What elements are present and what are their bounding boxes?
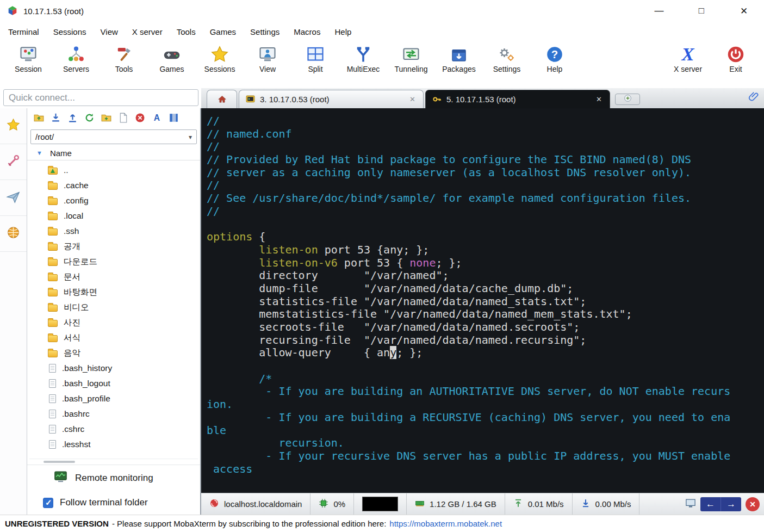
settings-button[interactable]: Settings <box>483 43 531 73</box>
encoding-button[interactable]: A <box>150 112 163 125</box>
tree-item[interactable]: .cshrc <box>27 422 200 437</box>
current-path: /root/ <box>35 132 54 141</box>
new-tab-button[interactable] <box>615 94 640 105</box>
previous-tab-button[interactable]: ← <box>700 497 720 511</box>
tree-item[interactable]: 바탕화면 <box>27 284 200 300</box>
menu-sessions[interactable]: Sessions <box>46 23 94 40</box>
tools-button[interactable]: Tools <box>100 43 148 73</box>
sessions-button[interactable]: Sessions <box>196 43 244 73</box>
tree-item[interactable]: .bash_logout <box>27 376 200 391</box>
tree-item-label: 공개 <box>64 241 80 252</box>
toolbar-label: X server <box>674 65 702 73</box>
menu-tools[interactable]: Tools <box>170 23 203 40</box>
up-directory-button[interactable] <box>32 112 45 125</box>
games-icon <box>162 45 182 64</box>
tree-item[interactable]: 다운로드 <box>27 254 200 269</box>
close-button[interactable]: ✕ <box>738 5 750 17</box>
tab-bar: 3. 10.17.0.53 (root) ✕ 5. 10.17.1.53 (ro… <box>201 88 764 108</box>
tab-session-5[interactable]: 5. 10.17.1.53 (root) ✕ <box>425 90 610 108</box>
folder-icon <box>48 335 58 342</box>
minimize-button[interactable]: — <box>653 5 665 16</box>
split-button[interactable]: Split <box>291 43 339 73</box>
close-terminal-button[interactable]: ✕ <box>746 497 760 511</box>
tree-item[interactable]: 비디오 <box>27 300 200 315</box>
path-dropdown[interactable]: /root/ ▾ <box>30 129 197 144</box>
tree-item-label: .bash_history <box>62 363 112 373</box>
tree-item[interactable]: .bash_history <box>27 361 200 376</box>
scrollbar-thumb[interactable] <box>44 461 75 463</box>
tree-item[interactable]: .bashrc <box>27 406 200 422</box>
folder-icon <box>48 183 58 190</box>
tab-close-icon[interactable]: ✕ <box>595 95 603 103</box>
session-button[interactable]: Session <box>4 43 52 73</box>
terminal-line <box>207 218 764 231</box>
tab-label: 3. 10.17.0.53 (root) <box>260 95 403 104</box>
upload-button[interactable] <box>66 112 79 125</box>
tree-item[interactable]: 음악 <box>27 345 200 361</box>
remote-monitoring-button[interactable]: Remote monitoring <box>27 465 200 491</box>
menu-view[interactable]: View <box>94 23 125 40</box>
paperclip-icon[interactable] <box>748 90 760 104</box>
exit-button[interactable]: Exit <box>712 43 760 73</box>
vim-status-line: "/etc/named.conf" 59L, 1710B 19,22-29 꼭대… <box>207 478 759 491</box>
tree-item[interactable]: 공개 <box>27 239 200 254</box>
tree-header[interactable]: ▼ Name <box>27 146 200 160</box>
terminal[interactable]: //// named.conf//// Provided by Red Hat … <box>201 108 764 493</box>
menu-games[interactable]: Games <box>203 23 243 40</box>
view-button[interactable]: View <box>244 43 291 73</box>
packages-button[interactable]: Packages <box>435 43 483 73</box>
refresh-button[interactable] <box>83 112 96 125</box>
terminal-line <box>207 360 764 373</box>
mobatek-link[interactable]: https://mobaxterm.mobatek.net <box>389 519 502 528</box>
tab-session-3[interactable]: 3. 10.17.0.53 (root) ✕ <box>239 90 424 108</box>
multiexec-button[interactable]: MultiExec <box>339 43 387 73</box>
follow-terminal-folder-checkbox[interactable] <box>43 498 53 508</box>
next-tab-button[interactable]: → <box>720 497 741 511</box>
tunneling-button[interactable]: Tunneling <box>387 43 435 73</box>
tree-item[interactable]: 서식 <box>27 330 200 345</box>
horizontal-scrollbar[interactable] <box>29 459 198 465</box>
tree-item[interactable]: 문서 <box>27 269 200 284</box>
tree-item[interactable]: .bash_profile <box>27 391 200 406</box>
toolbar-label: Packages <box>442 65 475 73</box>
host-segment: localhost.localdomain <box>201 493 310 515</box>
download-button[interactable] <box>49 112 62 125</box>
games-button[interactable]: Games <box>148 43 196 73</box>
tab-nav-arrows: ← → <box>700 497 741 511</box>
tree-item[interactable]: .lesshst <box>27 437 200 452</box>
toolbar-label: Tunneling <box>395 65 428 73</box>
tree-item[interactable]: .config <box>27 193 200 208</box>
new-folder-button[interactable] <box>100 112 113 125</box>
delete-button[interactable] <box>133 112 146 125</box>
upload-icon <box>67 112 78 126</box>
menu-settings[interactable]: Settings <box>243 23 287 40</box>
tools-panel-tab[interactable] <box>0 144 27 180</box>
macros-panel-tab[interactable] <box>0 180 27 216</box>
tab-close-icon[interactable]: ✕ <box>408 95 417 103</box>
tree-item[interactable]: .cache <box>27 178 200 193</box>
tree-item[interactable]: .local <box>27 208 200 224</box>
sessions-panel-tab[interactable] <box>0 108 27 144</box>
help-button[interactable]: ? Help <box>531 43 579 73</box>
quick-connect-input[interactable] <box>3 89 198 106</box>
menu-macros[interactable]: Macros <box>287 23 327 40</box>
menu-xserver[interactable]: X server <box>125 23 170 40</box>
terminal-line: ble <box>207 424 764 437</box>
hostname: localhost.localdomain <box>224 499 302 509</box>
menu-terminal[interactable]: Terminal <box>1 23 46 40</box>
tree-item-label: .ssh <box>64 226 79 236</box>
new-file-button[interactable] <box>116 112 129 125</box>
tree-item[interactable]: .. <box>27 163 200 178</box>
xserver-button[interactable]: X X server <box>664 43 712 73</box>
servers-button[interactable]: Servers <box>52 43 100 73</box>
tree-item[interactable]: .ssh <box>27 224 200 239</box>
tree-item[interactable]: 사진 <box>27 315 200 330</box>
cpu-usage: 0% <box>333 499 345 509</box>
columns-view-button[interactable] <box>167 112 180 125</box>
sftp-panel-tab[interactable] <box>0 216 27 252</box>
cpu-graph <box>362 497 398 511</box>
menu-help[interactable]: Help <box>327 23 358 40</box>
tree-item-label: 서식 <box>64 332 80 344</box>
maximize-button[interactable]: □ <box>695 5 707 16</box>
tab-home[interactable] <box>207 90 237 108</box>
